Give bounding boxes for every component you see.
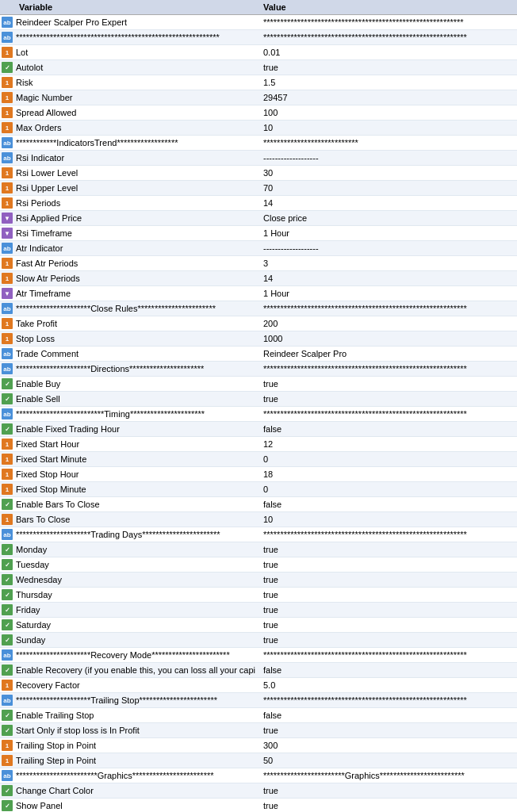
variable-value[interactable]: 29457 <box>262 92 517 103</box>
table-row[interactable]: ✓ Autolot true <box>0 60 517 75</box>
table-row[interactable]: ab **********************Close Rules****… <box>0 301 517 316</box>
variable-value[interactable]: 1 Hour <box>262 228 517 239</box>
table-row[interactable]: 1 Trailing Step in Point 50 <box>0 753 517 768</box>
table-row[interactable]: ✓ Sunday true <box>0 633 517 648</box>
variable-value[interactable]: 14 <box>262 273 517 284</box>
table-row[interactable]: 1 Rsi Lower Level 30 <box>0 166 517 181</box>
table-row[interactable]: ✓ Enable Bars To Close false <box>0 497 517 512</box>
variable-value[interactable]: 10 <box>262 122 517 133</box>
variable-value[interactable]: true <box>262 634 517 645</box>
table-row[interactable]: 1 Trailing Stop in Point 300 <box>0 738 517 753</box>
variable-value[interactable]: true <box>262 800 517 811</box>
variable-value[interactable]: 0.01 <box>262 47 517 58</box>
table-row[interactable]: 1 Fixed Start Hour 12 <box>0 437 517 452</box>
variable-value[interactable]: 0 <box>262 484 517 495</box>
table-row[interactable]: 1 Fixed Start Minute 0 <box>0 452 517 467</box>
table-row[interactable]: ab **********************Directions*****… <box>0 362 517 377</box>
table-row[interactable]: 1 Slow Atr Periods 14 <box>0 271 517 286</box>
variable-value[interactable]: **************************** <box>262 137 517 148</box>
table-row[interactable]: 1 Fixed Stop Hour 18 <box>0 467 517 482</box>
table-row[interactable]: ▼ Rsi Timeframe 1 Hour <box>0 226 517 241</box>
variable-value[interactable]: 1.5 <box>262 77 517 88</box>
variable-value[interactable]: false <box>262 499 517 510</box>
variable-value[interactable]: true <box>262 393 517 404</box>
variable-value[interactable]: 10 <box>262 514 517 525</box>
table-row[interactable]: 1 Rsi Periods 14 <box>0 196 517 211</box>
variable-value[interactable]: true <box>262 619 517 630</box>
table-row[interactable]: ✓ Monday true <box>0 542 517 557</box>
variable-value[interactable]: true <box>262 62 517 73</box>
table-row[interactable]: ✓ Start Only if stop loss is In Profit t… <box>0 723 517 738</box>
table-row[interactable]: ab Reindeer Scalper Pro Expert *********… <box>0 15 517 30</box>
variable-value[interactable]: 1 Hour <box>262 288 517 299</box>
variable-value[interactable]: 100 <box>262 107 517 118</box>
table-row[interactable]: ab **********************Trailing Stop**… <box>0 693 517 708</box>
table-row[interactable]: 1 Lot 0.01 <box>0 45 517 60</box>
table-row[interactable]: 1 Recovery Factor 5.0 <box>0 678 517 693</box>
variable-value[interactable]: ****************************************… <box>262 32 517 43</box>
table-row[interactable]: ab **************************Timing*****… <box>0 407 517 422</box>
variable-value[interactable]: true <box>262 559 517 570</box>
table-row[interactable]: 1 Risk 1.5 <box>0 75 517 90</box>
table-row[interactable]: 1 Fixed Stop Minute 0 <box>0 482 517 497</box>
table-row[interactable]: ✓ Thursday true <box>0 588 517 603</box>
variable-value[interactable]: false <box>262 423 517 435</box>
table-row[interactable]: ab Atr Indicator ------------------- <box>0 241 517 256</box>
variable-value[interactable]: 1000 <box>262 333 517 344</box>
variable-value[interactable]: 200 <box>262 318 517 329</box>
variable-value[interactable]: true <box>262 589 517 600</box>
variable-value[interactable]: Close price <box>262 213 517 224</box>
table-row[interactable]: ✓ Enable Buy true <box>0 377 517 392</box>
table-row[interactable]: 1 Spread Allowed 100 <box>0 105 517 121</box>
table-row[interactable]: ✓ Enable Sell true <box>0 392 517 407</box>
variable-value[interactable]: ****************************************… <box>262 363 517 374</box>
variable-value[interactable]: Reindeer Scalper Pro <box>262 348 517 359</box>
variable-value[interactable]: ------------------- <box>262 243 517 254</box>
table-row[interactable]: 1 Stop Loss 1000 <box>0 331 517 347</box>
variable-value[interactable]: 30 <box>262 167 517 178</box>
variable-value[interactable]: true <box>262 785 517 796</box>
table-row[interactable]: ab ************IndicatorsTrend**********… <box>0 136 517 151</box>
variable-value[interactable]: true <box>262 604 517 615</box>
variable-value[interactable]: 12 <box>262 439 517 450</box>
table-row[interactable]: 1 Max Orders 10 <box>0 121 517 136</box>
table-row[interactable]: ✓ Enable Fixed Trading Hour false <box>0 422 517 437</box>
table-row[interactable]: ✓ Tuesday true <box>0 557 517 573</box>
table-row[interactable]: ✓ Wednesday true <box>0 573 517 588</box>
variable-value[interactable]: 50 <box>262 755 517 766</box>
table-row[interactable]: ▼ Atr Timeframe 1 Hour <box>0 286 517 301</box>
variable-value[interactable]: ****************************************… <box>262 408 517 419</box>
variable-value[interactable]: true <box>262 378 517 389</box>
table-row[interactable]: 1 Take Profit 200 <box>0 316 517 331</box>
variable-value[interactable]: true <box>262 574 517 585</box>
table-row[interactable]: ✓ Enable Recovery (if you enable this, y… <box>0 663 517 678</box>
variable-value[interactable]: ------------------- <box>262 152 517 163</box>
table-row[interactable]: 1 Fast Atr Periods 3 <box>0 256 517 271</box>
table-row[interactable]: ab Trade Comment Reindeer Scalper Pro <box>0 347 517 362</box>
table-row[interactable]: ▼ Rsi Applied Price Close price <box>0 211 517 226</box>
variable-value[interactable]: 14 <box>262 197 517 209</box>
variable-value[interactable]: ****************************************… <box>262 695 517 706</box>
variable-value[interactable]: 3 <box>262 258 517 269</box>
table-row[interactable]: 1 Magic Number 29457 <box>0 90 517 105</box>
variable-value[interactable]: ****************************************… <box>262 529 517 540</box>
variable-value[interactable]: true <box>262 544 517 555</box>
table-row[interactable]: 1 Bars To Close 10 <box>0 512 517 527</box>
table-row[interactable]: ab ************************Graphics*****… <box>0 768 517 783</box>
variable-value[interactable]: true <box>262 725 517 736</box>
table-row[interactable]: ✓ Change Chart Color true <box>0 783 517 799</box>
table-row[interactable]: ✓ Saturday true <box>0 618 517 633</box>
variable-value[interactable]: 300 <box>262 740 517 751</box>
variable-value[interactable]: ************************Graphics********… <box>262 770 517 781</box>
variable-value[interactable]: 70 <box>262 182 517 193</box>
variable-value[interactable]: false <box>262 665 517 676</box>
table-row[interactable]: ✓ Friday true <box>0 603 517 618</box>
variable-value[interactable]: ****************************************… <box>262 17 517 28</box>
variable-value[interactable]: 0 <box>262 454 517 465</box>
variable-value[interactable]: false <box>262 710 517 721</box>
table-row[interactable]: ✓ Enable Trailing Stop false <box>0 708 517 723</box>
table-row[interactable]: ✓ Show Panel true <box>0 799 517 812</box>
table-row[interactable]: ab *************************************… <box>0 30 517 45</box>
variable-value[interactable]: 18 <box>262 469 517 480</box>
table-row[interactable]: 1 Rsi Upper Level 70 <box>0 181 517 196</box>
